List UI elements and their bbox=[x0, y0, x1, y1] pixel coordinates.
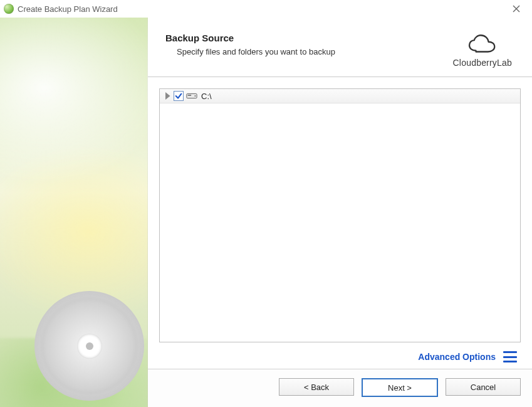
next-button[interactable]: Next > bbox=[362, 378, 438, 397]
app-icon bbox=[4, 4, 14, 14]
advanced-options-link[interactable]: Advanced Options bbox=[418, 352, 496, 362]
svg-point-5 bbox=[195, 95, 196, 97]
chevron-right-icon bbox=[164, 92, 171, 100]
back-button[interactable]: < Back bbox=[279, 378, 354, 396]
body: Backup Source Specify files and folders … bbox=[0, 18, 532, 407]
footer: < Back Next > Cancel bbox=[148, 369, 532, 407]
close-button[interactable] bbox=[506, 2, 527, 16]
options-row: Advanced Options bbox=[159, 342, 521, 369]
drive-label: C:\ bbox=[200, 92, 212, 101]
svg-marker-2 bbox=[165, 92, 170, 100]
checkbox-c-drive[interactable] bbox=[174, 91, 184, 101]
svg-rect-4 bbox=[188, 95, 191, 95]
check-icon bbox=[175, 92, 182, 100]
brand-label: CloudberryLab bbox=[453, 58, 512, 68]
content-area: C:\ Advanced Options bbox=[148, 77, 532, 369]
expand-toggle[interactable] bbox=[164, 92, 171, 100]
file-tree[interactable]: C:\ bbox=[159, 88, 521, 342]
page-subtitle: Specify files and folders you want to ba… bbox=[165, 47, 453, 56]
cancel-button[interactable]: Cancel bbox=[446, 378, 521, 396]
titlebar: Create Backup Plan Wizard bbox=[0, 0, 532, 18]
brand: CloudberryLab bbox=[453, 33, 514, 68]
page-title: Backup Source bbox=[165, 33, 453, 43]
cloud-icon bbox=[465, 34, 500, 56]
options-menu-button[interactable] bbox=[503, 351, 517, 362]
sidebar-panel bbox=[0, 18, 148, 407]
main-column: Backup Source Specify files and folders … bbox=[148, 18, 532, 407]
tree-item-c-drive[interactable]: C:\ bbox=[160, 89, 520, 103]
hamburger-icon bbox=[503, 351, 517, 353]
header-text: Backup Source Specify files and folders … bbox=[165, 33, 453, 56]
close-icon bbox=[513, 5, 520, 13]
drive-icon bbox=[186, 92, 197, 100]
disc-icon bbox=[34, 291, 144, 401]
window-title: Create Backup Plan Wizard bbox=[18, 4, 118, 14]
page-header: Backup Source Specify files and folders … bbox=[148, 18, 532, 77]
wizard-window: Create Backup Plan Wizard Backup Source … bbox=[0, 0, 532, 407]
